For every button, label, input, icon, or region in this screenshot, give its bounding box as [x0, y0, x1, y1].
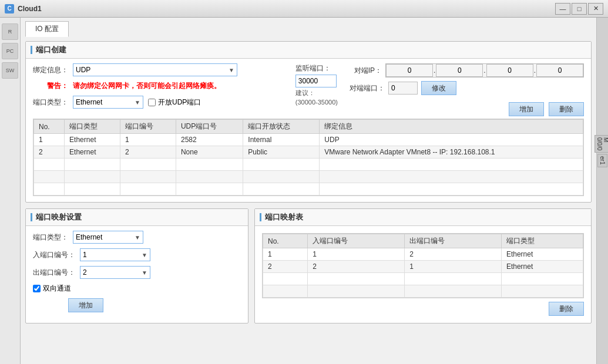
col-bind-info: 绑定信息 — [320, 120, 583, 134]
out-port-label: 出端口编号： — [33, 268, 75, 278]
ip-part-3[interactable] — [486, 64, 533, 77]
right-label-1: M0/0/0 — [594, 135, 609, 153]
sidebar-item-sw[interactable]: SW — [2, 62, 18, 79]
in-port-arrow: ▼ — [142, 252, 147, 258]
title-controls: — □ ✕ — [555, 3, 603, 15]
port-mapping-table-panel: 端口映射表 No. 入端口编号 出端口编号 端口类型 — [254, 208, 592, 323]
ip-part-2[interactable] — [436, 64, 483, 77]
in-port-row: 入端口编号： 1 ▼ — [33, 248, 241, 261]
bind-info-row: 绑定信息： UDP ▼ — [33, 63, 286, 76]
map-col-no: No. — [263, 234, 308, 248]
map-cell-no: 1 — [263, 248, 308, 261]
map-cell-out-port: 1 — [405, 261, 502, 273]
port-type-value: Ethernet — [76, 98, 102, 106]
port-table-body: 1 Ethernet 1 2582 Internal UDP 2 Etherne… — [34, 134, 583, 196]
bidirectional-checkbox[interactable] — [33, 285, 41, 292]
title-bar: C Cloud1 — □ ✕ — [0, 0, 608, 18]
map-cell-no: 2 — [263, 261, 308, 273]
sidebar-item-pc[interactable]: PC — [2, 43, 18, 59]
mapping-add-button[interactable]: 增加 — [68, 298, 103, 312]
mapping-table-head: No. 入端口编号 出端口编号 端口类型 — [263, 234, 583, 248]
cell-no: 1 — [34, 134, 65, 146]
listen-port-section: 监听端口： 建议： (30000-35000) — [295, 63, 338, 106]
in-port-select[interactable]: 1 ▼ — [80, 248, 150, 261]
udp-checkbox-label: 开放UDP端口 — [158, 97, 201, 107]
mapping-delete-row: 删除 — [262, 302, 584, 316]
listen-note: 建议： — [295, 89, 338, 97]
table-row-empty — [263, 273, 583, 285]
top-left: 绑定信息： UDP ▼ 警告： 请勿绑定公网网卡，否则可能会引起网络瘫痪。 端口… — [33, 63, 286, 113]
col-port-no: 端口编号 — [120, 120, 176, 134]
port-table: No. 端口类型 端口编号 UDP端口号 端口开放状态 绑定信息 1 Ether… — [33, 119, 583, 196]
listen-port-input[interactable] — [295, 75, 337, 87]
port-type-row: 端口类型： Ethernet ▼ 开放UDP端口 — [33, 96, 286, 109]
remote-ip-row: 对端IP： . . . — [350, 63, 584, 77]
port-creation-title: 端口创建 — [26, 42, 591, 59]
port-creation-panel: 端口创建 绑定信息： UDP ▼ 警告： — [25, 41, 592, 203]
map-cell-out-port: 2 — [405, 248, 502, 261]
bind-select[interactable]: UDP ▼ — [73, 63, 237, 76]
map-cell-in-port: 2 — [308, 261, 405, 273]
mapping-port-type-row: 端口类型： Ethernet ▼ — [33, 231, 241, 244]
left-sidebar: R PC SW — [0, 18, 21, 364]
mapping-table-header-row: No. 入端口编号 出端口编号 端口类型 — [263, 234, 583, 248]
listen-remote-row: 监听端口： 建议： (30000-35000) 对端IP： — [295, 63, 584, 116]
port-type-arrow: ▼ — [135, 99, 140, 106]
right-label-2: er1 — [597, 154, 607, 167]
cell-port-no: 1 — [120, 134, 176, 146]
remote-section: 对端IP： . . . — [350, 63, 584, 116]
minimize-button[interactable]: — — [555, 3, 570, 15]
mapping-delete-button[interactable]: 删除 — [549, 302, 584, 316]
bottom-row: 端口映射设置 端口类型： Ethernet ▼ 入端口编号： 1 ▼ — [25, 208, 592, 329]
app-icon: C — [5, 4, 14, 14]
main-area: R PC SW IO 配置 端口创建 绑定信息： UDP ▼ — [0, 18, 608, 364]
port-table-container: No. 端口类型 端口编号 UDP端口号 端口开放状态 绑定信息 1 Ether… — [33, 119, 584, 196]
mapping-table-container: No. 入端口编号 出端口编号 端口类型 1 1 2 Ethernet 2 2 — [262, 233, 584, 298]
bind-select-value: UDP — [76, 66, 90, 74]
content-area: IO 配置 端口创建 绑定信息： UDP ▼ — [21, 18, 596, 364]
mapping-port-type-select[interactable]: Ethernet ▼ — [73, 231, 143, 244]
map-col-out-port: 出端口编号 — [405, 234, 502, 248]
sidebar-item-r[interactable]: R — [2, 23, 18, 40]
warning-row: 警告： 请勿绑定公网网卡，否则可能会引起网络瘫痪。 — [33, 81, 286, 91]
remote-port-row: 对端端口： 修改 — [350, 81, 584, 95]
maximize-button[interactable]: □ — [572, 3, 587, 15]
right-sidebar: M0/0/0 er1 — [596, 18, 608, 364]
out-port-select[interactable]: 2 ▼ — [80, 266, 150, 279]
table-row[interactable]: 2 2 1 Ethernet — [263, 261, 583, 273]
bidirectional-label: 双向通道 — [43, 284, 71, 294]
window-title: Cloud1 — [18, 5, 42, 13]
udp-checkbox[interactable] — [148, 99, 156, 106]
port-creation-body: 绑定信息： UDP ▼ 警告： 请勿绑定公网网卡，否则可能会引起网络瘫痪。 端口… — [26, 59, 591, 202]
ip-part-1[interactable] — [386, 64, 433, 77]
map-cell-in-port: 1 — [308, 248, 405, 261]
port-mapping-table-body: No. 入端口编号 出端口编号 端口类型 1 1 2 Ethernet 2 2 — [255, 226, 591, 322]
out-port-row: 出端口编号： 2 ▼ — [33, 266, 241, 279]
port-table-header-row: No. 端口类型 端口编号 UDP端口号 端口开放状态 绑定信息 — [34, 120, 583, 134]
remote-port-input[interactable] — [388, 82, 418, 95]
port-mapping-settings-title: 端口映射设置 — [26, 209, 248, 226]
col-no: No. — [34, 120, 65, 134]
delete-button[interactable]: 删除 — [549, 102, 584, 116]
port-type-label: 端口类型： — [33, 97, 68, 107]
cell-udp-port: None — [176, 146, 243, 159]
mapping-add-row: 增加 — [33, 298, 241, 312]
cell-udp-port: 2582 — [176, 134, 243, 146]
tab-bar: IO 配置 — [25, 21, 592, 36]
table-row[interactable]: 1 1 2 Ethernet — [263, 248, 583, 261]
top-section: 绑定信息： UDP ▼ 警告： 请勿绑定公网网卡，否则可能会引起网络瘫痪。 端口… — [33, 63, 584, 116]
ip-part-4[interactable] — [536, 64, 583, 77]
port-type-select[interactable]: Ethernet ▼ — [73, 96, 143, 109]
udp-checkbox-row: 开放UDP端口 — [148, 97, 201, 107]
port-mapping-settings-body: 端口类型： Ethernet ▼ 入端口编号： 1 ▼ — [26, 226, 248, 323]
table-row-empty — [263, 285, 583, 298]
table-row[interactable]: 2 Ethernet 2 None Public VMware Network … — [34, 146, 583, 159]
close-button[interactable]: ✕ — [588, 3, 603, 15]
table-row[interactable]: 1 Ethernet 1 2582 Internal UDP — [34, 134, 583, 146]
cell-port-type: Ethernet — [65, 146, 120, 159]
modify-button[interactable]: 修改 — [421, 81, 456, 95]
add-button[interactable]: 增加 — [509, 102, 544, 116]
col-port-type: 端口类型 — [65, 120, 120, 134]
mapping-type-arrow: ▼ — [135, 234, 140, 241]
tab-io-config[interactable]: IO 配置 — [25, 21, 69, 37]
